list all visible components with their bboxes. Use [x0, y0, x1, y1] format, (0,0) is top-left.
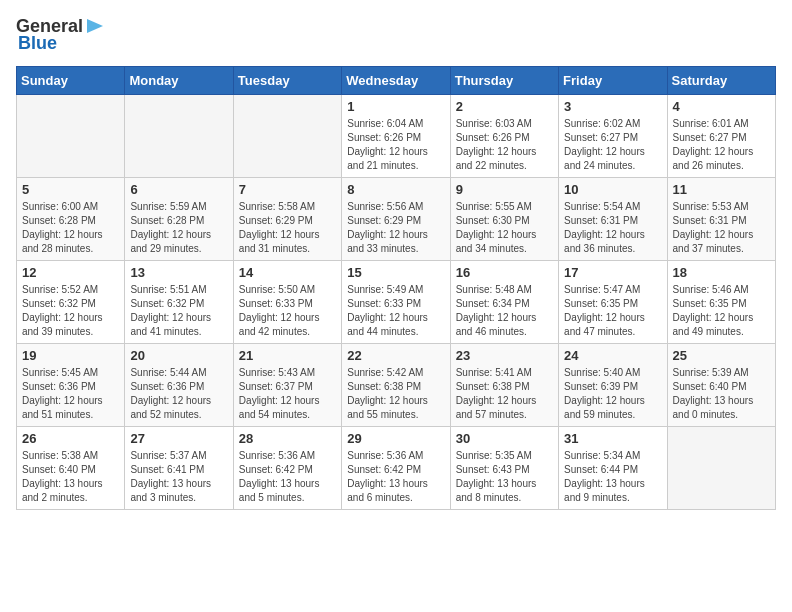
- day-info: Sunrise: 5:53 AM Sunset: 6:31 PM Dayligh…: [673, 200, 770, 256]
- calendar-day-28: 28Sunrise: 5:36 AM Sunset: 6:42 PM Dayli…: [233, 427, 341, 510]
- day-number: 14: [239, 265, 336, 280]
- calendar-header-sunday: Sunday: [17, 67, 125, 95]
- day-number: 25: [673, 348, 770, 363]
- day-info: Sunrise: 5:44 AM Sunset: 6:36 PM Dayligh…: [130, 366, 227, 422]
- logo-arrow-icon: [85, 15, 107, 37]
- svg-marker-0: [87, 19, 103, 33]
- calendar-week-5: 26Sunrise: 5:38 AM Sunset: 6:40 PM Dayli…: [17, 427, 776, 510]
- day-info: Sunrise: 5:39 AM Sunset: 6:40 PM Dayligh…: [673, 366, 770, 422]
- day-number: 10: [564, 182, 661, 197]
- calendar-day-31: 31Sunrise: 5:34 AM Sunset: 6:44 PM Dayli…: [559, 427, 667, 510]
- day-number: 7: [239, 182, 336, 197]
- day-number: 30: [456, 431, 553, 446]
- calendar-day-30: 30Sunrise: 5:35 AM Sunset: 6:43 PM Dayli…: [450, 427, 558, 510]
- day-info: Sunrise: 5:55 AM Sunset: 6:30 PM Dayligh…: [456, 200, 553, 256]
- day-number: 31: [564, 431, 661, 446]
- calendar-day-13: 13Sunrise: 5:51 AM Sunset: 6:32 PM Dayli…: [125, 261, 233, 344]
- day-info: Sunrise: 5:34 AM Sunset: 6:44 PM Dayligh…: [564, 449, 661, 505]
- calendar-table: SundayMondayTuesdayWednesdayThursdayFrid…: [16, 66, 776, 510]
- day-info: Sunrise: 6:02 AM Sunset: 6:27 PM Dayligh…: [564, 117, 661, 173]
- day-info: Sunrise: 5:38 AM Sunset: 6:40 PM Dayligh…: [22, 449, 119, 505]
- calendar-day-12: 12Sunrise: 5:52 AM Sunset: 6:32 PM Dayli…: [17, 261, 125, 344]
- day-info: Sunrise: 5:35 AM Sunset: 6:43 PM Dayligh…: [456, 449, 553, 505]
- day-info: Sunrise: 5:48 AM Sunset: 6:34 PM Dayligh…: [456, 283, 553, 339]
- day-number: 20: [130, 348, 227, 363]
- calendar-day-18: 18Sunrise: 5:46 AM Sunset: 6:35 PM Dayli…: [667, 261, 775, 344]
- day-number: 15: [347, 265, 444, 280]
- calendar-week-3: 12Sunrise: 5:52 AM Sunset: 6:32 PM Dayli…: [17, 261, 776, 344]
- calendar-day-16: 16Sunrise: 5:48 AM Sunset: 6:34 PM Dayli…: [450, 261, 558, 344]
- day-number: 2: [456, 99, 553, 114]
- day-number: 6: [130, 182, 227, 197]
- day-info: Sunrise: 5:40 AM Sunset: 6:39 PM Dayligh…: [564, 366, 661, 422]
- calendar-day-23: 23Sunrise: 5:41 AM Sunset: 6:38 PM Dayli…: [450, 344, 558, 427]
- calendar-day-22: 22Sunrise: 5:42 AM Sunset: 6:38 PM Dayli…: [342, 344, 450, 427]
- day-info: Sunrise: 5:45 AM Sunset: 6:36 PM Dayligh…: [22, 366, 119, 422]
- calendar-empty: [17, 95, 125, 178]
- calendar-empty: [125, 95, 233, 178]
- calendar-day-1: 1Sunrise: 6:04 AM Sunset: 6:26 PM Daylig…: [342, 95, 450, 178]
- calendar-week-1: 1Sunrise: 6:04 AM Sunset: 6:26 PM Daylig…: [17, 95, 776, 178]
- day-number: 21: [239, 348, 336, 363]
- calendar-day-26: 26Sunrise: 5:38 AM Sunset: 6:40 PM Dayli…: [17, 427, 125, 510]
- calendar-week-4: 19Sunrise: 5:45 AM Sunset: 6:36 PM Dayli…: [17, 344, 776, 427]
- calendar-day-24: 24Sunrise: 5:40 AM Sunset: 6:39 PM Dayli…: [559, 344, 667, 427]
- calendar-day-20: 20Sunrise: 5:44 AM Sunset: 6:36 PM Dayli…: [125, 344, 233, 427]
- logo: General Blue: [16, 16, 107, 54]
- day-info: Sunrise: 5:47 AM Sunset: 6:35 PM Dayligh…: [564, 283, 661, 339]
- day-info: Sunrise: 6:00 AM Sunset: 6:28 PM Dayligh…: [22, 200, 119, 256]
- calendar-header-wednesday: Wednesday: [342, 67, 450, 95]
- day-info: Sunrise: 5:37 AM Sunset: 6:41 PM Dayligh…: [130, 449, 227, 505]
- calendar-week-2: 5Sunrise: 6:00 AM Sunset: 6:28 PM Daylig…: [17, 178, 776, 261]
- day-number: 29: [347, 431, 444, 446]
- day-number: 19: [22, 348, 119, 363]
- day-number: 3: [564, 99, 661, 114]
- calendar-day-29: 29Sunrise: 5:36 AM Sunset: 6:42 PM Dayli…: [342, 427, 450, 510]
- calendar-day-4: 4Sunrise: 6:01 AM Sunset: 6:27 PM Daylig…: [667, 95, 775, 178]
- calendar-day-15: 15Sunrise: 5:49 AM Sunset: 6:33 PM Dayli…: [342, 261, 450, 344]
- calendar-day-8: 8Sunrise: 5:56 AM Sunset: 6:29 PM Daylig…: [342, 178, 450, 261]
- calendar-day-27: 27Sunrise: 5:37 AM Sunset: 6:41 PM Dayli…: [125, 427, 233, 510]
- calendar-day-19: 19Sunrise: 5:45 AM Sunset: 6:36 PM Dayli…: [17, 344, 125, 427]
- calendar-header-saturday: Saturday: [667, 67, 775, 95]
- day-number: 22: [347, 348, 444, 363]
- calendar-header-thursday: Thursday: [450, 67, 558, 95]
- calendar-day-21: 21Sunrise: 5:43 AM Sunset: 6:37 PM Dayli…: [233, 344, 341, 427]
- calendar-day-3: 3Sunrise: 6:02 AM Sunset: 6:27 PM Daylig…: [559, 95, 667, 178]
- day-info: Sunrise: 5:56 AM Sunset: 6:29 PM Dayligh…: [347, 200, 444, 256]
- day-number: 24: [564, 348, 661, 363]
- day-info: Sunrise: 5:58 AM Sunset: 6:29 PM Dayligh…: [239, 200, 336, 256]
- day-info: Sunrise: 5:46 AM Sunset: 6:35 PM Dayligh…: [673, 283, 770, 339]
- calendar-header-row: SundayMondayTuesdayWednesdayThursdayFrid…: [17, 67, 776, 95]
- day-info: Sunrise: 5:50 AM Sunset: 6:33 PM Dayligh…: [239, 283, 336, 339]
- calendar-day-9: 9Sunrise: 5:55 AM Sunset: 6:30 PM Daylig…: [450, 178, 558, 261]
- day-info: Sunrise: 6:01 AM Sunset: 6:27 PM Dayligh…: [673, 117, 770, 173]
- day-info: Sunrise: 5:51 AM Sunset: 6:32 PM Dayligh…: [130, 283, 227, 339]
- day-info: Sunrise: 5:54 AM Sunset: 6:31 PM Dayligh…: [564, 200, 661, 256]
- calendar-empty: [667, 427, 775, 510]
- day-info: Sunrise: 5:41 AM Sunset: 6:38 PM Dayligh…: [456, 366, 553, 422]
- day-number: 17: [564, 265, 661, 280]
- day-number: 23: [456, 348, 553, 363]
- calendar-day-5: 5Sunrise: 6:00 AM Sunset: 6:28 PM Daylig…: [17, 178, 125, 261]
- day-info: Sunrise: 5:59 AM Sunset: 6:28 PM Dayligh…: [130, 200, 227, 256]
- day-number: 11: [673, 182, 770, 197]
- page-header: General Blue: [16, 16, 776, 54]
- calendar-day-10: 10Sunrise: 5:54 AM Sunset: 6:31 PM Dayli…: [559, 178, 667, 261]
- day-number: 18: [673, 265, 770, 280]
- day-info: Sunrise: 6:03 AM Sunset: 6:26 PM Dayligh…: [456, 117, 553, 173]
- calendar-day-6: 6Sunrise: 5:59 AM Sunset: 6:28 PM Daylig…: [125, 178, 233, 261]
- day-number: 16: [456, 265, 553, 280]
- day-info: Sunrise: 5:52 AM Sunset: 6:32 PM Dayligh…: [22, 283, 119, 339]
- logo-blue: Blue: [18, 33, 57, 54]
- calendar-day-7: 7Sunrise: 5:58 AM Sunset: 6:29 PM Daylig…: [233, 178, 341, 261]
- calendar-header-monday: Monday: [125, 67, 233, 95]
- day-number: 4: [673, 99, 770, 114]
- day-info: Sunrise: 5:42 AM Sunset: 6:38 PM Dayligh…: [347, 366, 444, 422]
- calendar-day-14: 14Sunrise: 5:50 AM Sunset: 6:33 PM Dayli…: [233, 261, 341, 344]
- day-number: 5: [22, 182, 119, 197]
- calendar-day-25: 25Sunrise: 5:39 AM Sunset: 6:40 PM Dayli…: [667, 344, 775, 427]
- day-number: 27: [130, 431, 227, 446]
- day-number: 9: [456, 182, 553, 197]
- day-number: 1: [347, 99, 444, 114]
